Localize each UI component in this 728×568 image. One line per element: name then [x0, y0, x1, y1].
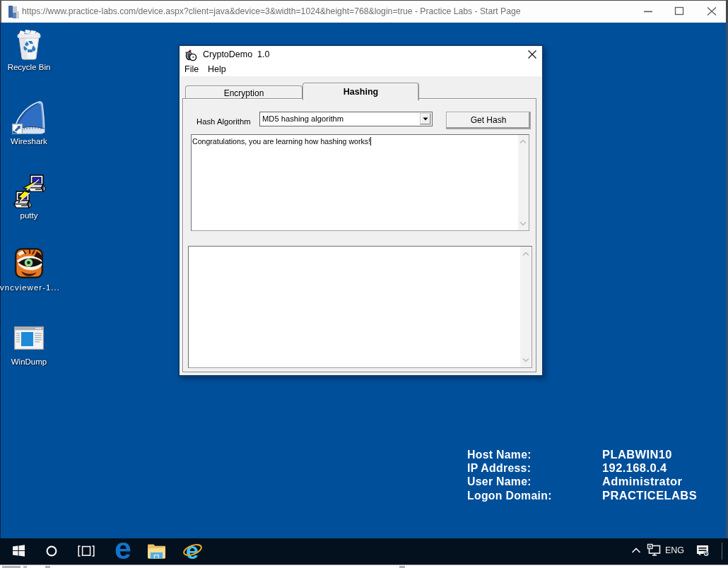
svg-text:e: e	[186, 540, 199, 562]
svg-text:e: e	[115, 538, 131, 564]
